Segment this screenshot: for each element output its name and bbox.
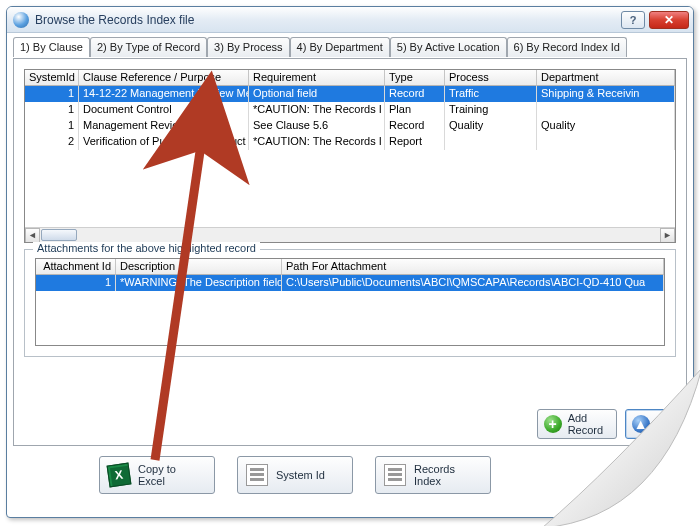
table-cell <box>537 102 675 118</box>
titlebar[interactable]: Browse the Records Index file ? ✕ <box>7 7 693 33</box>
col-systemid[interactable]: SystemId <box>25 70 79 86</box>
col-process[interactable]: Process <box>445 70 537 86</box>
tab-by-clause[interactable]: 1) By Clause <box>13 37 90 57</box>
scrollbar-left-icon[interactable]: ◄ <box>25 228 40 243</box>
col-clause[interactable]: Clause Reference / Purpose <box>79 70 249 86</box>
table-cell <box>445 134 537 150</box>
col-department[interactable]: Department <box>537 70 675 86</box>
table-cell: 14-12-22 Management Review Me <box>79 86 249 102</box>
table-row[interactable]: 1Document Control*CAUTION: The Records I… <box>25 102 675 118</box>
records-grid-header: SystemId Clause Reference / Purpose Requ… <box>25 70 675 86</box>
table-cell: Record <box>385 118 445 134</box>
copy-to-excel-label: Copy to Excel <box>138 463 176 487</box>
table-cell: See Clause 5.6 <box>249 118 385 134</box>
table-cell: Document Control <box>79 102 249 118</box>
table-cell: Shipping & Receivin <box>537 86 675 102</box>
records-index-label: Records Index <box>414 463 455 487</box>
table-cell: Report <box>385 134 445 150</box>
close-icon: ✕ <box>664 13 674 27</box>
table-cell: Plan <box>385 102 445 118</box>
table-cell: *CAUTION: The Records I <box>249 102 385 118</box>
col-type[interactable]: Type <box>385 70 445 86</box>
table-row[interactable]: 1Management Review MinutesSee Clause 5.6… <box>25 118 675 134</box>
tab-by-type[interactable]: 2) By Type of Record <box>90 37 207 57</box>
window-title: Browse the Records Index file <box>35 13 194 27</box>
attachments-grid[interactable]: Attachment Id Description Path For Attac… <box>35 258 665 346</box>
records-grid-body[interactable]: 114-12-22 Management Review MeOptional f… <box>25 86 675 227</box>
table-cell: Verification of Purchased Product <box>79 134 249 150</box>
system-id-label: System Id <box>276 469 325 481</box>
table-cell: 1 <box>25 118 79 134</box>
table-cell: Traffic <box>445 86 537 102</box>
table-cell: 1 <box>36 275 116 291</box>
tab-by-active-location[interactable]: 5) By Active Location <box>390 37 507 57</box>
attachments-group: Attachments for the above highlighted re… <box>24 249 676 357</box>
table-cell <box>537 134 675 150</box>
table-cell: Management Review Minutes <box>79 118 249 134</box>
help-button[interactable]: ? <box>621 11 645 29</box>
tab-by-department[interactable]: 4) By Department <box>290 37 390 57</box>
scrollbar-right-icon[interactable]: ► <box>660 228 675 243</box>
document-icon <box>246 464 268 486</box>
col-attach-path[interactable]: Path For Attachment <box>282 259 664 275</box>
page-curl-decoration <box>542 368 700 526</box>
col-attach-id[interactable]: Attachment Id <box>36 259 116 275</box>
col-attach-desc[interactable]: Description <box>116 259 282 275</box>
table-cell: 1 <box>25 102 79 118</box>
table-cell: Quality <box>537 118 675 134</box>
close-button[interactable]: ✕ <box>649 11 689 29</box>
tab-by-process[interactable]: 3) By Process <box>207 37 289 57</box>
table-cell: 1 <box>25 86 79 102</box>
table-cell: *CAUTION: The Records I <box>249 134 385 150</box>
document-icon <box>384 464 406 486</box>
system-id-button[interactable]: System Id <box>237 456 353 494</box>
table-cell: Quality <box>445 118 537 134</box>
attachments-grid-header: Attachment Id Description Path For Attac… <box>36 259 664 275</box>
copy-to-excel-button[interactable]: Copy to Excel <box>99 456 215 494</box>
app-icon <box>13 12 29 28</box>
table-cell: 2 <box>25 134 79 150</box>
table-row[interactable]: 1*WARNING: The Description fieldC:\Users… <box>36 275 664 291</box>
table-cell: C:\Users\Public\Documents\ABCI\QMSCAPA\R… <box>282 275 664 291</box>
tab-bar: 1) By Clause 2) By Type of Record 3) By … <box>13 37 687 57</box>
table-cell: *WARNING: The Description field <box>116 275 282 291</box>
records-index-button[interactable]: Records Index <box>375 456 491 494</box>
records-grid[interactable]: SystemId Clause Reference / Purpose Requ… <box>24 69 676 243</box>
table-cell: Optional field <box>249 86 385 102</box>
excel-icon <box>107 463 132 488</box>
table-row[interactable]: 114-12-22 Management Review MeOptional f… <box>25 86 675 102</box>
attachments-legend: Attachments for the above highlighted re… <box>33 242 260 254</box>
table-row[interactable]: 2Verification of Purchased Product*CAUTI… <box>25 134 675 150</box>
table-cell: Record <box>385 86 445 102</box>
records-hscrollbar[interactable]: ◄ ► <box>25 227 675 242</box>
tab-by-record-index-id[interactable]: 6) By Record Index Id <box>507 37 627 57</box>
attachments-grid-body[interactable]: 1*WARNING: The Description fieldC:\Users… <box>36 275 664 345</box>
col-requirement[interactable]: Requirement <box>249 70 385 86</box>
scrollbar-thumb[interactable] <box>41 229 77 241</box>
table-cell: Training <box>445 102 537 118</box>
